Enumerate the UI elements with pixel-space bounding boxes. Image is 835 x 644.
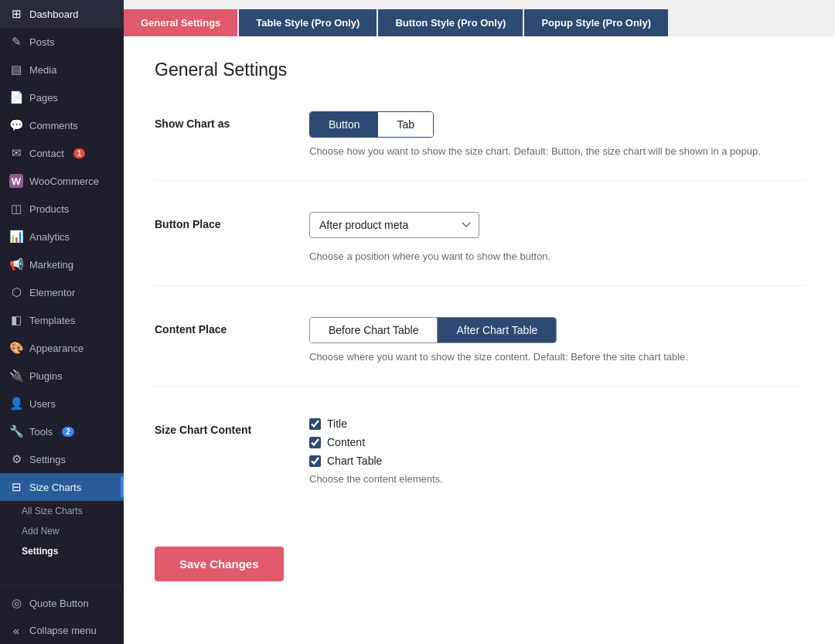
sidebar-item-posts[interactable]: ✎ Posts	[0, 28, 124, 56]
sidebar-item-quote-button[interactable]: ◎ Quote Button	[0, 589, 124, 617]
sidebar: ⊞ Dashboard ✎ Posts ▤ Media 📄 Pages 💬 Co…	[0, 0, 124, 644]
size-chart-content-section: Size Chart Content Title Content Chart T…	[155, 417, 804, 508]
save-changes-button[interactable]: Save Changes	[155, 547, 284, 581]
content-place-control: Before Chart Table After Chart Table Cho…	[309, 317, 804, 363]
sidebar-item-collapse-menu[interactable]: « Collapse menu	[0, 617, 124, 644]
plugins-icon: 🔌	[9, 369, 23, 383]
comments-icon: 💬	[9, 118, 23, 132]
before-chart-table-btn[interactable]: Before Chart Table	[310, 318, 438, 342]
sidebar-item-tools[interactable]: 🔧 Tools 2	[0, 417, 124, 445]
sidebar-sub-all-size-charts[interactable]: All Size Charts	[0, 501, 124, 521]
sidebar-item-label: Dashboard	[29, 9, 79, 20]
sidebar-item-label: WooCommerce	[29, 175, 99, 187]
checkbox-chart-table[interactable]	[309, 455, 321, 467]
sidebar-item-label: Settings	[29, 454, 66, 465]
quote-icon: ◎	[9, 596, 23, 610]
sidebar-item-analytics[interactable]: 📊 Analytics	[0, 223, 124, 250]
size-chart-content-control: Title Content Chart Table Choose the con…	[309, 417, 804, 485]
contact-icon: ✉	[9, 146, 23, 160]
sidebar-item-label: Analytics	[29, 231, 70, 243]
sidebar-item-label: Quote Button	[29, 598, 89, 609]
collapse-icon: «	[9, 624, 23, 637]
woocommerce-icon: W	[9, 174, 23, 188]
contact-badge: 1	[73, 148, 86, 158]
size-charts-icon: ⊟	[9, 480, 23, 494]
sidebar-item-contact[interactable]: ✉ Contact 1	[0, 139, 124, 167]
sidebar-item-settings[interactable]: ⚙ Settings	[0, 445, 124, 473]
tools-icon: 🔧	[9, 424, 23, 438]
tab-general-settings[interactable]: General Settings	[124, 9, 237, 36]
sidebar-active-indicator	[121, 476, 124, 498]
show-chart-help: Choose how you want to show the size cha…	[309, 145, 804, 157]
users-icon: 👤	[9, 397, 23, 411]
content-place-toggle-group: Before Chart Table After Chart Table	[309, 317, 557, 343]
sidebar-item-users[interactable]: 👤 Users	[0, 390, 124, 417]
show-chart-button-option[interactable]: Button	[310, 112, 378, 137]
size-chart-content-help: Choose the content elements.	[309, 473, 804, 485]
sidebar-item-label: Users	[29, 398, 56, 410]
sidebar-item-label: Products	[29, 203, 69, 215]
sidebar-item-elementor[interactable]: ⬡ Elementor	[0, 278, 124, 306]
sidebar-item-pages[interactable]: 📄 Pages	[0, 83, 124, 111]
sidebar-item-plugins[interactable]: 🔌 Plugins	[0, 362, 124, 390]
sidebar-item-label: Posts	[29, 36, 55, 48]
sidebar-item-label: Collapse menu	[29, 625, 97, 636]
checkbox-content-item: Content	[309, 436, 804, 448]
button-place-help: Choose a position where you want to show…	[309, 250, 804, 262]
checkbox-content[interactable]	[309, 437, 321, 448]
sidebar-item-marketing[interactable]: 📢 Marketing	[0, 250, 124, 278]
sidebar-item-dashboard[interactable]: ⊞ Dashboard	[0, 0, 124, 28]
checkbox-title-label: Title	[327, 417, 347, 430]
templates-icon: ◧	[9, 313, 23, 327]
show-chart-as-control: Button Tab Choose how you want to show t…	[309, 111, 804, 157]
sidebar-item-appearance[interactable]: 🎨 Appearance	[0, 334, 124, 362]
after-chart-table-btn[interactable]: After Chart Table	[438, 318, 556, 342]
sidebar-item-comments[interactable]: 💬 Comments	[0, 111, 124, 139]
elementor-icon: ⬡	[9, 285, 23, 299]
sidebar-item-templates[interactable]: ◧ Templates	[0, 306, 124, 334]
button-place-label: Button Place	[155, 212, 309, 230]
sidebar-item-label: Size Charts	[29, 482, 81, 493]
dashboard-icon: ⊞	[9, 7, 23, 21]
tab-popup-style[interactable]: Popup Style (Pro Only)	[524, 9, 668, 36]
pages-icon: 📄	[9, 90, 23, 104]
sidebar-item-products[interactable]: ◫ Products	[0, 195, 124, 223]
media-icon: ▤	[9, 63, 23, 77]
tools-badge: 2	[62, 427, 74, 437]
checkbox-title[interactable]	[309, 418, 321, 430]
sidebar-item-media[interactable]: ▤ Media	[0, 56, 124, 83]
show-chart-as-label: Show Chart as	[155, 111, 309, 130]
checkbox-chart-table-label: Chart Table	[327, 455, 382, 467]
products-icon: ◫	[9, 202, 23, 216]
sidebar-item-label: Media	[29, 64, 56, 76]
content-place-label: Content Place	[155, 317, 309, 336]
tab-button-style[interactable]: Button Style (Pro Only)	[378, 9, 523, 36]
checkbox-title-item: Title	[309, 417, 804, 430]
marketing-icon: 📢	[9, 257, 23, 271]
analytics-icon: 📊	[9, 230, 23, 244]
sidebar-item-label: Tools	[29, 426, 53, 438]
appearance-icon: 🎨	[9, 341, 23, 355]
show-chart-tab-option[interactable]: Tab	[378, 112, 433, 137]
show-chart-as-section: Show Chart as Button Tab Choose how you …	[155, 111, 804, 181]
tabs-bar: General Settings Table Style (Pro Only) …	[124, 0, 835, 36]
sidebar-item-label: Templates	[29, 315, 75, 326]
sidebar-item-label: Contact	[29, 148, 64, 159]
content-place-section: Content Place Before Chart Table After C…	[155, 317, 804, 387]
size-chart-content-label: Size Chart Content	[155, 417, 309, 436]
sidebar-item-label: Marketing	[29, 259, 73, 271]
sidebar-sub-add-new[interactable]: Add New	[0, 521, 124, 541]
sidebar-divider	[0, 585, 124, 586]
sidebar-item-size-charts[interactable]: ⊟ Size Charts	[0, 473, 124, 501]
button-place-control: After product meta Before product meta A…	[309, 212, 804, 262]
checkbox-chart-table-item: Chart Table	[309, 455, 804, 467]
sidebar-item-label: Appearance	[29, 342, 84, 354]
sidebar-item-label: Elementor	[29, 287, 75, 298]
main-content: General Settings Table Style (Pro Only) …	[124, 0, 835, 644]
sidebar-item-woocommerce[interactable]: W WooCommerce	[0, 167, 124, 195]
sidebar-sub-settings[interactable]: Settings	[0, 541, 124, 561]
checkbox-content-label: Content	[327, 436, 365, 448]
button-place-select[interactable]: After product meta Before product meta A…	[309, 212, 479, 238]
tab-table-style[interactable]: Table Style (Pro Only)	[239, 9, 377, 36]
settings-content: General Settings Show Chart as Button Ta…	[124, 36, 835, 644]
